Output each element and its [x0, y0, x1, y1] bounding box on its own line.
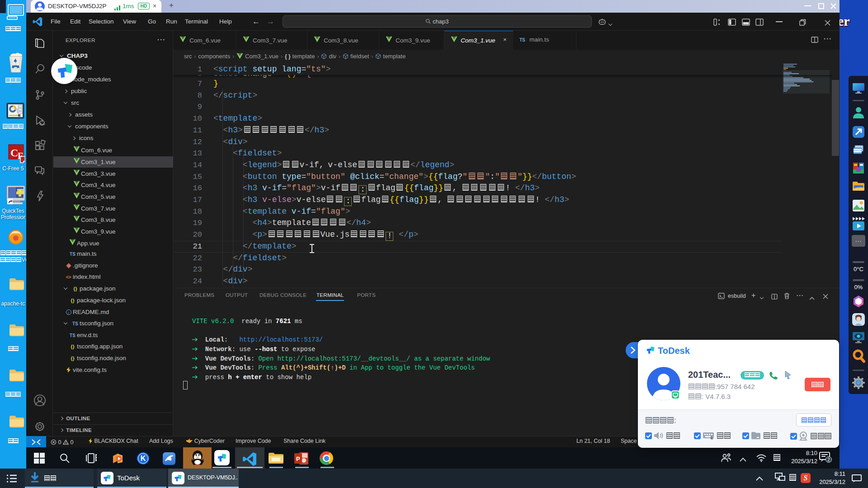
- svg-text:P: P: [296, 455, 300, 462]
- svg-text:C: C: [10, 147, 18, 159]
- svg-text:F: F: [18, 151, 23, 161]
